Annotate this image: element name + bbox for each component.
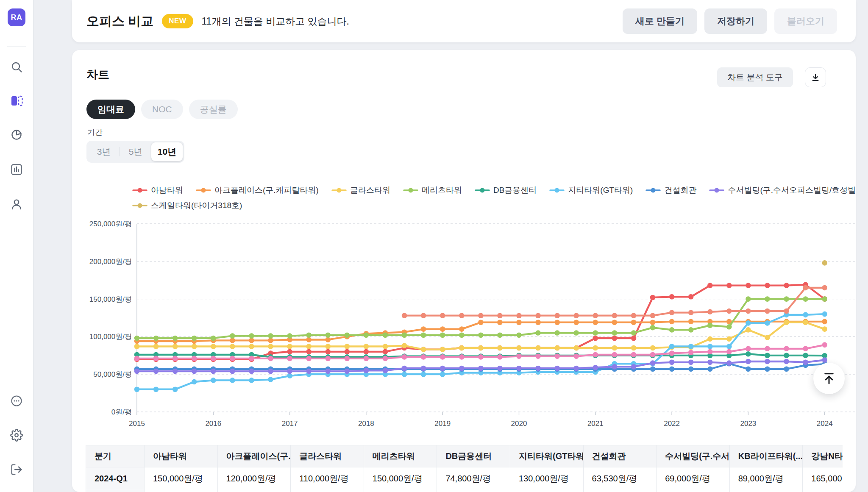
data-point[interactable] [726,283,732,288]
data-point[interactable] [172,386,178,392]
search-icon[interactable] [10,61,23,73]
data-point[interactable] [650,352,656,358]
data-point[interactable] [172,336,178,341]
data-point[interactable] [421,326,426,332]
data-point[interactable] [192,369,197,374]
data-point[interactable] [383,333,388,338]
data-point[interactable] [593,330,598,336]
data-point[interactable] [402,313,407,318]
data-point[interactable] [230,369,235,374]
data-point[interactable] [421,372,426,377]
data-point[interactable] [459,326,465,332]
data-point[interactable] [364,368,369,373]
data-point[interactable] [153,356,159,361]
data-point[interactable] [688,360,694,365]
data-point[interactable] [459,354,465,360]
data-point[interactable] [421,333,426,338]
data-point[interactable] [688,327,694,333]
data-point[interactable] [593,352,598,358]
data-point[interactable] [669,319,675,325]
data-point[interactable] [822,260,827,266]
data-point[interactable] [345,333,350,338]
data-point[interactable] [497,320,503,325]
period-option-3년[interactable]: 3년 [88,142,120,161]
data-point[interactable] [306,356,312,361]
data-point[interactable] [822,326,827,332]
data-point[interactable] [306,369,312,374]
data-point[interactable] [650,320,656,325]
data-point[interactable] [784,283,789,288]
data-point[interactable] [746,327,751,333]
data-point[interactable] [803,353,808,359]
data-point[interactable] [631,364,637,370]
data-point[interactable] [765,346,770,352]
data-point[interactable] [707,283,713,288]
data-point[interactable] [631,330,637,336]
data-point[interactable] [573,353,579,359]
data-point[interactable] [726,344,732,349]
data-point[interactable] [230,333,235,339]
data-point[interactable] [669,367,675,372]
data-point[interactable] [287,356,292,361]
legend-item[interactable]: 건설회관 [645,185,696,196]
data-point[interactable] [650,360,656,366]
data-point[interactable] [192,356,197,361]
data-point[interactable] [230,378,235,383]
legend-item[interactable]: 글라스타워 [331,185,390,196]
data-point[interactable] [345,349,350,355]
data-point[interactable] [172,369,178,374]
data-point[interactable] [669,360,675,365]
data-point[interactable] [134,344,140,349]
data-point[interactable] [554,313,560,318]
data-point[interactable] [573,320,579,325]
data-point[interactable] [268,377,273,382]
compare-buildings-icon[interactable] [10,95,23,107]
data-point[interactable] [134,356,140,361]
data-point[interactable] [726,309,732,314]
data-point[interactable] [230,356,235,361]
data-point[interactable] [765,335,770,340]
data-point[interactable] [230,344,235,349]
data-point[interactable] [803,360,808,365]
load-button[interactable]: 불러오기 [774,8,837,34]
data-point[interactable] [268,356,273,361]
data-point[interactable] [669,344,675,349]
data-point[interactable] [688,319,694,325]
data-point[interactable] [631,320,637,325]
data-point[interactable] [765,296,770,302]
data-point[interactable] [459,333,465,338]
data-point[interactable] [822,285,827,291]
data-point[interactable] [249,369,254,374]
data-point[interactable] [383,344,388,349]
data-point[interactable] [402,333,407,338]
data-point[interactable] [172,356,178,361]
data-point[interactable] [478,320,484,325]
data-point[interactable] [612,313,618,318]
data-point[interactable] [134,336,140,341]
data-point[interactable] [803,285,808,291]
data-point[interactable] [497,333,503,338]
chart-analysis-tool-button[interactable]: 차트 분석 도구 [717,67,793,87]
data-point[interactable] [765,283,770,288]
data-point[interactable] [650,325,656,331]
data-point[interactable] [573,313,579,318]
data-point[interactable] [688,344,694,349]
data-point[interactable] [631,336,637,341]
data-point[interactable] [326,349,331,355]
create-new-button[interactable]: 새로 만들기 [623,8,697,34]
data-point[interactable] [459,313,465,318]
data-point[interactable] [746,367,751,372]
data-point[interactable] [765,359,770,364]
logout-icon[interactable] [10,463,23,476]
data-point[interactable] [765,309,770,314]
data-point[interactable] [478,354,484,360]
data-point[interactable] [746,309,751,314]
data-point[interactable] [383,349,388,355]
data-point[interactable] [478,366,484,371]
data-point[interactable] [364,333,369,338]
data-point[interactable] [402,343,407,348]
data-point[interactable] [612,320,618,325]
data-point[interactable] [669,350,675,356]
data-point[interactable] [497,345,503,351]
data-point[interactable] [784,296,789,302]
